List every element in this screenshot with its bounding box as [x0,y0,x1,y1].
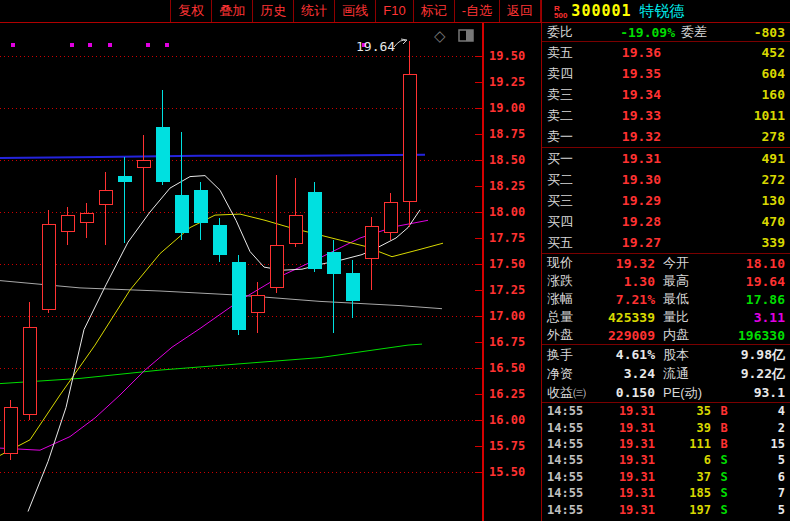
trading-app-window: 复权叠加历史统计画线F10标记-自选返回 19.5019.2519.0018.7… [0,0,790,521]
stat-label: 换手 [547,346,603,364]
rights-badge: R 500 [554,5,567,19]
tick-time: 14:55 [547,453,591,467]
order-price: 19.36 [589,45,661,60]
info-value: 19.32 [589,256,655,271]
info-label: 今开 [663,254,709,272]
tick-side: S [711,453,737,467]
candle-body [251,295,264,313]
tick-volume: 35 [655,404,711,418]
sell-row-4[interactable]: 卖四19.35604 [542,63,790,84]
buy-row-2[interactable]: 买二19.30272 [542,169,790,190]
tick-price: 19.31 [591,470,655,484]
stat-value: 9.98亿 [713,346,785,364]
tick-volume: 185 [655,486,711,500]
toolbar-button-6[interactable]: 标记 [413,0,454,22]
mark-dot [88,43,92,47]
tick-count: 4 [737,404,785,418]
candle-body [308,192,321,268]
sell-row-5[interactable]: 卖五19.36452 [542,42,790,63]
order-volume: 278 [661,129,785,144]
buy-row-4[interactable]: 买四19.28470 [542,211,790,232]
fundamental-info: 换手4.61%股本9.98亿净资3.24流通9.22亿收益㈢0.150PE(动)… [542,345,790,403]
toolbar-button-8[interactable]: 返回 [499,0,541,22]
toolbar-button-4[interactable]: 画线 [334,0,375,22]
toolbar-button-2[interactable]: 历史 [252,0,293,22]
candle-body [289,215,302,243]
tick-price: 19.31 [591,421,655,435]
candle-body [61,215,74,232]
toolbar-button-f10[interactable]: F10 [375,0,412,22]
toolbar-button-1[interactable]: 叠加 [211,0,252,22]
tick-time: 14:55 [547,503,591,517]
tick-time: 14:55 [547,421,591,435]
order-volume: 130 [661,193,785,208]
tick-volume: 6 [655,453,711,467]
mark-dot [11,43,15,47]
candle-body [213,226,226,255]
info-label: 内盘 [663,326,709,344]
order-level-label: 买二 [547,171,589,189]
order-price: 19.30 [589,172,661,187]
tick-row: 14:5519.31197S5 [542,501,790,517]
candle-body [156,128,169,182]
axis-label: 19.25 [489,75,525,89]
info-label: 最高 [663,272,709,290]
toolbar-button-0[interactable]: 复权 [170,0,211,22]
tick-time: 14:55 [547,486,591,500]
axis-label: 15.75 [489,439,525,453]
info-value: 425339 [589,310,655,325]
stock-name: 特锐德 [640,2,685,21]
stat-value: 3.24 [603,366,655,381]
badge-bottom: 500 [554,12,567,19]
order-level-label: 买一 [547,150,589,168]
order-volume: 470 [661,214,785,229]
toolbar-button-7[interactable]: -自选 [454,0,499,22]
info-label: 量比 [663,308,709,326]
order-level-label: 卖一 [547,128,589,146]
toolbar-button-3[interactable]: 统计 [293,0,334,22]
info-value: 229009 [589,328,655,343]
tick-trades: 14:5519.3135B414:5519.3139B214:5519.3111… [542,403,790,521]
info-label: 涨幅 [547,290,589,308]
order-volume: 272 [661,172,785,187]
order-level-label: 卖三 [547,86,589,104]
order-level-label: 买三 [547,192,589,210]
buy-row-3[interactable]: 买三19.29130 [542,190,790,211]
axis-label: 16.50 [489,361,525,375]
restore-window-icon-fill [466,30,473,41]
tick-row: 14:5519.3135B4 [542,403,790,419]
ma-blue [0,155,425,158]
ma-green [0,344,422,384]
diamond-icon[interactable]: ◇ [434,27,446,44]
toolbar: 复权叠加历史统计画线F10标记-自选返回 [0,0,541,23]
sell-row-1[interactable]: 卖一19.32278 [542,126,790,147]
tick-row: 14:5519.3137S6 [542,469,790,485]
order-volume: 1011 [661,108,785,123]
candlestick-chart[interactable]: 19.5019.2519.0018.7518.5018.2518.0017.75… [0,23,543,521]
order-price: 19.31 [589,151,661,166]
sell-row-2[interactable]: 卖二19.331011 [542,105,790,126]
candle-body [232,263,245,330]
sell-row-3[interactable]: 卖三19.34160 [542,84,790,105]
mark-dot [165,43,169,47]
order-level-label: 卖五 [547,44,589,62]
candle-body [42,224,55,309]
tick-price: 19.31 [591,453,655,467]
tick-row: 14:5519.316S5 [542,452,790,468]
info-value: 17.86 [709,292,785,307]
tick-count: 7 [737,486,785,500]
buy-row-1[interactable]: 买一19.31491 [542,148,790,169]
stat-value: 4.61% [603,347,655,362]
stat-row: 收益㈢0.150PE(动)93.1 [542,383,790,402]
axis-label: 18.50 [489,153,525,167]
candle-body [137,160,150,167]
candle-body [346,273,359,300]
tick-time: 14:55 [547,404,591,418]
axis-label: 19.50 [489,49,525,63]
quote-info: 现价19.32今开18.10涨跌1.30最高19.64涨幅7.21%最低17.8… [542,254,790,345]
info-label: 现价 [547,254,589,272]
info-label: 最低 [663,290,709,308]
buy-row-5[interactable]: 买五19.27339 [542,232,790,253]
tick-volume: 37 [655,470,711,484]
candle-body [80,213,93,222]
